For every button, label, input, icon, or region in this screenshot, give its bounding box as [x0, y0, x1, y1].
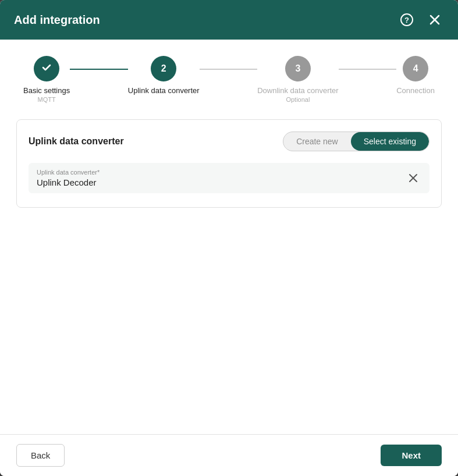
field-content: Uplink data converter* Uplink Decoder	[37, 169, 405, 187]
field-label: Uplink data converter*	[37, 169, 405, 176]
modal-title: Add integration	[14, 13, 100, 27]
modal-header: Add integration ?	[0, 0, 458, 40]
section-header: Uplink data converter Create new Select …	[29, 132, 429, 151]
help-icon: ?	[400, 13, 413, 26]
section-title: Uplink data converter	[29, 136, 124, 147]
step-1: Basic settings MQTT	[23, 56, 70, 103]
modal-body: Basic settings MQTT 2 Uplink data conver…	[0, 40, 458, 476]
converter-field-row: Uplink data converter* Uplink Decoder	[29, 163, 429, 193]
step-3-label: Downlink data converter Optional	[257, 86, 338, 103]
clear-icon	[408, 173, 418, 183]
svg-text:?: ?	[404, 16, 409, 24]
add-integration-modal: Add integration ?	[0, 0, 458, 476]
header-actions: ?	[397, 10, 444, 29]
content-area: Uplink data converter Create new Select …	[0, 115, 458, 434]
create-new-button[interactable]: Create new	[283, 132, 351, 151]
close-icon	[429, 14, 441, 26]
stepper: Basic settings MQTT 2 Uplink data conver…	[0, 40, 458, 115]
step-3-circle: 3	[285, 56, 311, 81]
clear-field-button[interactable]	[405, 170, 421, 186]
step-4-label: Connection	[396, 86, 435, 96]
help-button[interactable]: ?	[397, 10, 416, 29]
connector-3-4	[339, 69, 397, 70]
step-4: 4 Connection	[396, 56, 435, 96]
step-2: 2 Uplink data converter	[128, 56, 200, 96]
connector-2-3	[200, 69, 258, 70]
modal-footer: Back Next	[0, 434, 458, 476]
step-4-circle: 4	[403, 56, 428, 81]
connector-1-2	[70, 69, 128, 70]
back-button[interactable]: Back	[16, 444, 65, 467]
close-button[interactable]	[425, 10, 444, 29]
next-button[interactable]: Next	[381, 445, 442, 466]
uplink-converter-section: Uplink data converter Create new Select …	[16, 119, 442, 208]
step-2-label: Uplink data converter	[128, 86, 200, 96]
select-existing-button[interactable]: Select existing	[351, 132, 429, 151]
step-2-circle: 2	[151, 56, 176, 81]
field-value: Uplink Decoder	[37, 177, 405, 187]
step-3: 3 Downlink data converter Optional	[257, 56, 338, 103]
mode-toggle-group: Create new Select existing	[283, 132, 429, 151]
check-icon	[41, 62, 52, 76]
step-1-label: Basic settings MQTT	[23, 86, 70, 103]
step-1-circle	[34, 56, 59, 81]
